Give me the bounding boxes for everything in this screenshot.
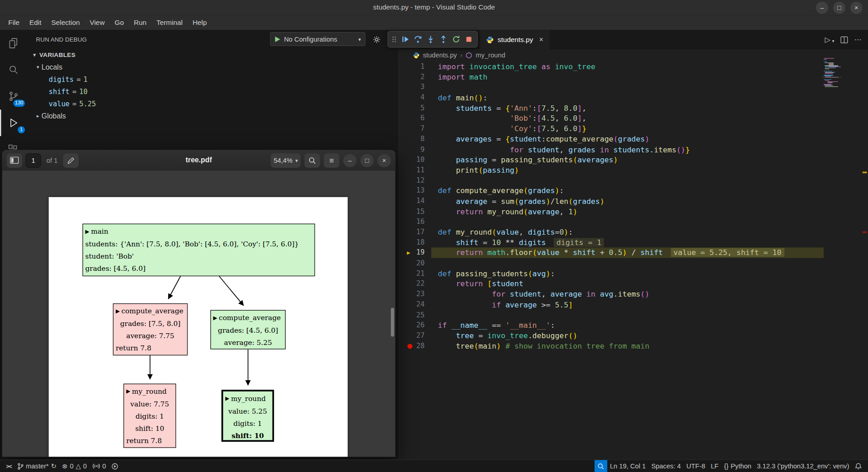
code-area[interactable]: 1import invocation_tree as invo_tree2imp…: [399, 61, 824, 351]
debug-restart-button[interactable]: [449, 33, 462, 46]
menu-edit[interactable]: Edit: [24, 19, 46, 27]
gutter-line-24[interactable]: 24: [399, 299, 431, 310]
gutter-line-25[interactable]: 25: [399, 310, 431, 320]
gutter-line-15[interactable]: 15: [399, 206, 431, 217]
pdf-minimize-button[interactable]: –: [343, 154, 356, 167]
menu-run[interactable]: Run: [129, 19, 151, 27]
code-line-2[interactable]: 2import math: [399, 72, 824, 82]
gutter-line-8[interactable]: 8: [399, 134, 431, 144]
gutter-line-5[interactable]: 5: [399, 103, 431, 113]
menu-help[interactable]: Help: [188, 19, 212, 27]
pdf-zoom-dropdown[interactable]: 54,4% ▾: [271, 153, 301, 168]
run-status-item[interactable]: [109, 460, 122, 472]
menu-go[interactable]: Go: [109, 19, 128, 27]
indentation[interactable]: Spaces: 4: [649, 460, 684, 472]
code-line-15[interactable]: 15 return my_round(average, 1): [399, 206, 824, 217]
gutter-line-16[interactable]: 16: [399, 217, 431, 227]
menu-selection[interactable]: Selection: [46, 19, 85, 27]
gutter-line-28[interactable]: 28: [399, 341, 431, 351]
code-line-4[interactable]: 4def main():: [399, 93, 824, 103]
code-line-1[interactable]: 1import invocation_tree as invo_tree: [399, 61, 824, 72]
split-editor-button[interactable]: [840, 36, 848, 43]
code-line-8[interactable]: 8 averages = {student:compute_average(gr…: [399, 134, 824, 144]
gutter-line-26[interactable]: 26: [399, 320, 431, 330]
code-line-21[interactable]: 21def passing_students(avg):: [399, 269, 824, 279]
gutter-line-27[interactable]: 27: [399, 330, 431, 341]
eol-indicator[interactable]: LF: [708, 460, 721, 472]
gutter-line-2[interactable]: 2: [399, 72, 431, 82]
toolbar-drag-handle[interactable]: [390, 35, 397, 44]
gutter-line-21[interactable]: 21: [399, 269, 431, 279]
gutter-line-19[interactable]: ▶19: [399, 248, 431, 258]
debug-continue-button[interactable]: [399, 33, 411, 46]
tab-close-icon[interactable]: ×: [539, 35, 543, 43]
code-line-23[interactable]: 23 for student, average in avg.items(): [399, 289, 824, 299]
debug-config-dropdown[interactable]: No Configurations ▾: [270, 32, 366, 46]
code-line-27[interactable]: 27 tree = invo_tree.debugger(): [399, 330, 824, 341]
menu-file[interactable]: File: [3, 19, 24, 27]
remote-indicator[interactable]: ><: [3, 460, 14, 472]
gear-icon[interactable]: [370, 33, 383, 46]
gutter-line-3[interactable]: 3: [399, 82, 431, 93]
activity-search[interactable]: [0, 57, 27, 83]
variables-section-header[interactable]: ▾ VARIABLES: [27, 49, 399, 61]
code-line-12[interactable]: 12: [399, 175, 824, 186]
code-line-10[interactable]: 10 passing = passing_students(averages): [399, 155, 824, 165]
scrollbar[interactable]: [861, 30, 868, 459]
gutter-line-7[interactable]: 7: [399, 123, 431, 134]
code-line-25[interactable]: 25: [399, 310, 824, 320]
pdf-menu-button[interactable]: ≡: [324, 153, 339, 168]
code-line-20[interactable]: 20: [399, 258, 824, 269]
code-line-16[interactable]: 16: [399, 217, 824, 227]
scope-globals[interactable]: ▸ Globals: [27, 109, 399, 122]
gutter-line-11[interactable]: 11: [399, 165, 431, 175]
breadcrumb-symbol[interactable]: my_round: [476, 52, 505, 59]
gutter-line-6[interactable]: 6: [399, 113, 431, 123]
gutter-line-13[interactable]: 13: [399, 186, 431, 196]
maximize-button[interactable]: □: [833, 2, 845, 14]
gutter-line-10[interactable]: 10: [399, 155, 431, 165]
pdf-page-input[interactable]: 1: [25, 153, 41, 168]
code-line-22[interactable]: 22 return [student: [399, 278, 824, 289]
gutter-line-17[interactable]: 17: [399, 227, 431, 237]
editor-more-actions[interactable]: ⋯: [854, 35, 861, 43]
pdf-scrollbar[interactable]: [391, 308, 394, 337]
breadcrumb-file[interactable]: students.py: [423, 52, 457, 59]
debug-step-into-button[interactable]: [424, 33, 437, 46]
menu-terminal[interactable]: Terminal: [151, 19, 188, 27]
minimap[interactable]: [824, 58, 863, 88]
minimize-button[interactable]: –: [816, 2, 828, 14]
code-line-7[interactable]: 7 'Coy':[7.5, 6.0]}: [399, 123, 824, 134]
gutter-line-4[interactable]: 4: [399, 93, 431, 103]
activity-run-debug[interactable]: 1: [0, 109, 27, 136]
pdf-maximize-button[interactable]: □: [360, 154, 373, 167]
zoom-indicator[interactable]: [594, 460, 607, 472]
gutter-line-22[interactable]: 22: [399, 278, 431, 289]
close-button[interactable]: ×: [850, 2, 863, 14]
scope-locals[interactable]: ▾ Locals: [27, 61, 399, 73]
code-line-14[interactable]: 14 average = sum(grades)/len(grades): [399, 196, 824, 206]
notifications-bell[interactable]: [852, 460, 864, 472]
code-line-5[interactable]: 5 students = {'Ann':[7.5, 8.0],: [399, 103, 824, 113]
run-python-file-button[interactable]: ▷: [825, 35, 830, 43]
variable-value[interactable]: value=5.25: [27, 98, 399, 110]
code-line-28[interactable]: 28 tree(main) # show invocation tree fro…: [399, 341, 824, 351]
pdf-annotate-button[interactable]: [63, 153, 79, 168]
code-line-19[interactable]: ▶19 return math.floor(value * shift + 0.…: [399, 248, 824, 258]
pdf-sidebar-toggle[interactable]: [7, 153, 22, 168]
run-dropdown-icon[interactable]: ▾: [832, 39, 834, 44]
ports-item[interactable]: 0: [90, 460, 108, 472]
gutter-line-9[interactable]: 9: [399, 144, 431, 155]
menu-view[interactable]: View: [85, 19, 110, 27]
pdf-header[interactable]: 1 of 1 tree.pdf 54,4% ▾ ≡ – □ ×: [2, 150, 395, 171]
variable-shift[interactable]: shift=10: [27, 85, 399, 98]
code-line-17[interactable]: 17def my_round(value, digits=0):: [399, 227, 824, 237]
python-interpreter[interactable]: 3.12.3 ('python3.12_env': venv): [754, 460, 852, 472]
language-mode[interactable]: {} Python: [721, 460, 754, 472]
tab-students-py[interactable]: students.py ×: [480, 30, 550, 49]
activity-explorer[interactable]: [0, 30, 27, 57]
gutter-line-20[interactable]: 20: [399, 258, 431, 269]
git-branch-item[interactable]: master* ↻: [14, 460, 59, 472]
gutter-line-23[interactable]: 23: [399, 289, 431, 299]
gutter-line-12[interactable]: 12: [399, 175, 431, 186]
